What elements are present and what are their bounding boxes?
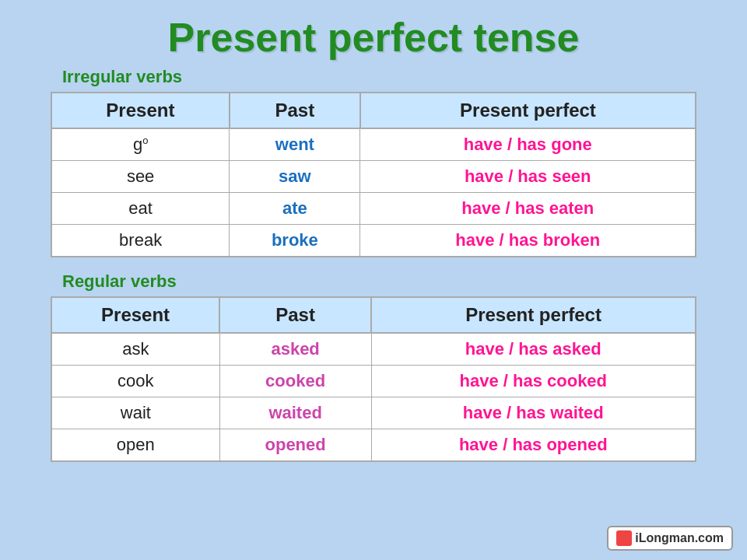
regular-past-0: asked — [219, 333, 371, 366]
regular-header-present: Present — [51, 297, 219, 333]
regular-row-2: waitwaitedhave / has waited — [51, 397, 696, 429]
irregular-past-1: saw — [230, 161, 360, 193]
irregular-present-1: see — [51, 161, 230, 193]
regular-past-1: cooked — [219, 366, 371, 397]
watermark: iLongman.com — [607, 526, 733, 551]
watermark-icon — [616, 530, 632, 546]
irregular-row-0: gowenthave / has gone — [51, 128, 696, 161]
regular-perfect-0: have / has asked — [371, 333, 696, 366]
regular-table-wrapper: Present Past Present perfect askaskedhav… — [51, 296, 696, 462]
irregular-row-1: seesawhave / has seen — [51, 161, 696, 193]
irregular-present-0: go — [51, 128, 230, 161]
regular-row-1: cookcookedhave / has cooked — [51, 366, 696, 397]
irregular-past-0: went — [230, 128, 360, 161]
irregular-table-wrapper: Present Past Present perfect gowenthave … — [51, 92, 696, 257]
irregular-row-3: breakbrokehave / has broken — [51, 225, 696, 257]
irregular-perfect-1: have / has seen — [360, 161, 696, 193]
irregular-past-3: broke — [230, 225, 360, 257]
regular-header-perfect: Present perfect — [371, 297, 696, 333]
irregular-header-perfect: Present perfect — [360, 93, 696, 128]
irregular-past-2: ate — [230, 193, 360, 225]
regular-label: Regular verbs — [62, 271, 747, 292]
regular-past-3: opened — [219, 429, 371, 462]
irregular-present-3: break — [51, 225, 230, 257]
irregular-row-2: eatatehave / has eaten — [51, 193, 696, 225]
irregular-perfect-0: have / has gone — [360, 128, 696, 161]
regular-present-1: cook — [51, 366, 219, 397]
regular-past-2: waited — [219, 397, 371, 429]
regular-row-3: openopenedhave / has opened — [51, 429, 696, 462]
irregular-perfect-2: have / has eaten — [360, 193, 696, 225]
irregular-present-2: eat — [51, 193, 230, 225]
regular-table: Present Past Present perfect askaskedhav… — [51, 296, 696, 462]
regular-present-3: open — [51, 429, 219, 462]
regular-present-0: ask — [51, 333, 219, 366]
regular-present-2: wait — [51, 397, 219, 429]
watermark-text: iLongman.com — [635, 531, 724, 545]
regular-perfect-1: have / has cooked — [371, 366, 696, 397]
irregular-label: Irregular verbs — [62, 67, 747, 87]
irregular-table: Present Past Present perfect gowenthave … — [51, 92, 696, 257]
regular-perfect-2: have / has waited — [371, 397, 696, 429]
irregular-perfect-3: have / has broken — [360, 225, 696, 257]
irregular-header-past: Past — [230, 93, 360, 128]
irregular-header-present: Present — [51, 93, 230, 128]
regular-perfect-3: have / has opened — [371, 429, 696, 462]
regular-header-past: Past — [219, 297, 371, 333]
page-title: Present perfect tense — [0, 0, 747, 67]
regular-row-0: askaskedhave / has asked — [51, 333, 696, 366]
